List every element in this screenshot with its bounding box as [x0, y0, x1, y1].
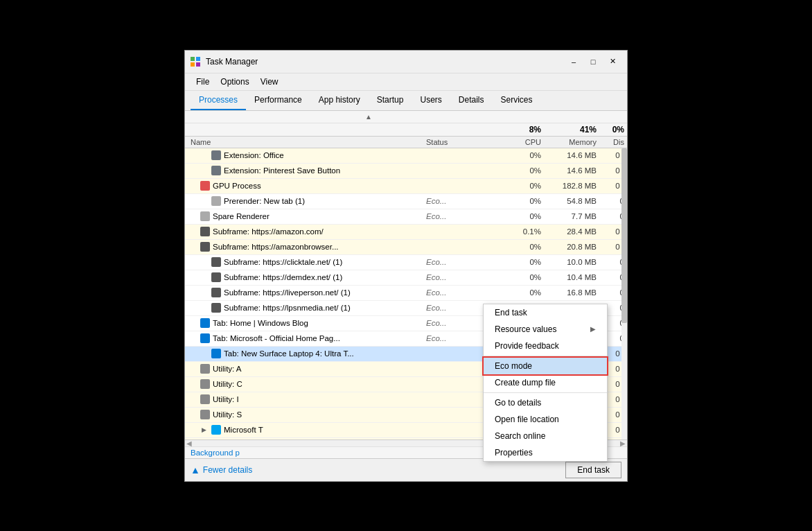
row-process-name: Utility: S: [213, 410, 426, 419]
row-process-name: Subframe: https://clicktale.net/ (1): [224, 258, 426, 266]
col-header-memory[interactable]: Memory: [544, 138, 599, 146]
tab-app-history[interactable]: App history: [310, 91, 369, 110]
col-header-name[interactable]: Name: [185, 138, 426, 146]
col-header-status[interactable]: Status: [426, 138, 495, 146]
row-process-name: GPU Process: [213, 182, 426, 190]
ctx-search-online[interactable]: Search online: [484, 428, 607, 444]
row-process-name: Utility: C: [213, 380, 426, 388]
row-process-icon: [211, 425, 221, 435]
bg-processes-label: Background p: [191, 449, 240, 457]
tab-services[interactable]: Services: [493, 91, 541, 110]
row-process-icon: [211, 150, 221, 160]
scroll-right-arrow[interactable]: ▶: [619, 439, 627, 447]
row-cpu: 0%: [495, 273, 544, 281]
row-process-icon: [211, 272, 221, 282]
svg-rect-0: [191, 57, 195, 61]
table-row[interactable]: Extension: Pinterest Save Button 0% 14.6…: [185, 164, 627, 179]
ctx-go-to-details[interactable]: Go to details: [484, 394, 607, 411]
row-memory: 28.4 MB: [544, 227, 599, 236]
col-status-spacer: [426, 125, 495, 134]
ctx-resource-values[interactable]: Resource values ▶: [484, 321, 607, 338]
close-button[interactable]: ✕: [603, 55, 621, 69]
row-process-icon: [211, 196, 221, 206]
column-header-row: Name Status CPU Memory Dis: [185, 137, 627, 148]
row-cpu: 0%: [495, 243, 544, 251]
row-process-name: Tab: Microsoft - Official Home Pag...: [213, 334, 426, 342]
ctx-create-dump[interactable]: Create dump file: [484, 374, 607, 391]
minimize-button[interactable]: –: [565, 55, 583, 69]
row-process-name: Utility: A: [213, 365, 426, 373]
table-row[interactable]: Subframe: https://amazon.com/ 0.1% 28.4 …: [185, 225, 627, 240]
col-header-cpu[interactable]: CPU: [495, 138, 544, 146]
title-bar: Task Manager – □ ✕: [185, 51, 627, 73]
taskmanager-icon: [191, 57, 200, 67]
expand-arrow[interactable]: ▶: [202, 426, 210, 433]
table-row[interactable]: Spare Renderer Eco... 0% 7.7 MB 0: [185, 209, 627, 225]
sort-arrow: ▲: [365, 113, 372, 121]
row-cpu: 0%: [495, 151, 544, 159]
scrollbar-thumb[interactable]: [621, 148, 627, 323]
fewer-details-button[interactable]: ▲ Fewer details: [191, 464, 252, 476]
row-process-name: Subframe: https://lpsnmedia.net/ (1): [224, 304, 426, 312]
menu-view[interactable]: View: [255, 75, 284, 89]
row-process-icon: [200, 227, 210, 236]
row-memory: 7.7 MB: [544, 212, 599, 220]
col-header-disk[interactable]: Dis: [599, 138, 627, 146]
svg-rect-3: [196, 62, 200, 67]
row-process-name: Utility: I: [213, 395, 426, 403]
row-process-name: Tab: New Surface Laptop 4: Ultra T...: [224, 349, 426, 358]
row-memory: 14.6 MB: [544, 151, 599, 159]
maximize-button[interactable]: □: [584, 55, 602, 69]
ctx-provide-feedback[interactable]: Provide feedback: [484, 338, 607, 354]
vertical-scrollbar[interactable]: [621, 148, 627, 439]
ctx-divider-2: [484, 392, 607, 393]
ctx-eco-mode[interactable]: Eco mode: [484, 358, 607, 374]
row-cpu: 0%: [495, 166, 544, 175]
row-cpu: 0%: [495, 212, 544, 220]
svg-rect-2: [191, 62, 195, 67]
row-status: Eco...: [426, 258, 495, 266]
row-process-icon: [211, 349, 221, 358]
table-row[interactable]: Subframe: https://liveperson.net/ (1) Ec…: [185, 286, 627, 301]
fewer-details-icon: ▲: [191, 464, 200, 476]
tab-details[interactable]: Details: [450, 91, 493, 110]
table-row[interactable]: Subframe: https://demdex.net/ (1) Eco...…: [185, 270, 627, 286]
row-status: Eco...: [426, 197, 495, 205]
row-memory: 54.8 MB: [544, 197, 599, 205]
row-process-icon: [211, 303, 221, 313]
table-row[interactable]: Subframe: https://clicktale.net/ (1) Eco…: [185, 255, 627, 270]
row-process-icon: [200, 410, 210, 419]
tab-bar: Processes Performance App history Startu…: [185, 91, 627, 111]
scroll-left-arrow[interactable]: ◀: [185, 439, 193, 447]
tab-users[interactable]: Users: [412, 91, 450, 110]
end-task-button[interactable]: End task: [565, 462, 621, 478]
table-row[interactable]: Prerender: New tab (1) Eco... 0% 54.8 MB…: [185, 194, 627, 209]
context-menu: End task Resource values ▶ Provide feedb…: [483, 304, 608, 462]
col-name-spacer: [185, 125, 426, 134]
ctx-end-task[interactable]: End task: [484, 304, 607, 321]
row-process-name: Spare Renderer: [213, 212, 426, 220]
table-row[interactable]: GPU Process 0% 182.8 MB 0 I: [185, 179, 627, 194]
row-memory: 20.8 MB: [544, 243, 599, 251]
percent-header-row: 8% 41% 0%: [185, 123, 627, 137]
tab-startup[interactable]: Startup: [369, 91, 412, 110]
tab-processes[interactable]: Processes: [191, 91, 246, 110]
row-memory: 10.4 MB: [544, 273, 599, 281]
tab-performance[interactable]: Performance: [246, 91, 310, 110]
ctx-properties[interactable]: Properties: [484, 444, 607, 461]
row-process-icon: [200, 379, 210, 389]
window-title: Task Manager: [206, 57, 559, 67]
ctx-open-file-location[interactable]: Open file location: [484, 411, 607, 428]
menu-file[interactable]: File: [191, 75, 215, 89]
task-manager-window: Task Manager – □ ✕ File Options View Pro…: [184, 50, 628, 482]
row-memory: 14.6 MB: [544, 166, 599, 175]
row-memory: 182.8 MB: [544, 182, 599, 190]
row-process-name: Extension: Pinterest Save Button: [224, 166, 426, 175]
table-row[interactable]: Subframe: https://amazonbrowser... 0% 20…: [185, 240, 627, 255]
row-process-icon: [200, 318, 210, 328]
menu-options[interactable]: Options: [215, 75, 254, 89]
table-row[interactable]: Extension: Office 0% 14.6 MB 0 I: [185, 148, 627, 164]
ctx-divider-1: [484, 356, 607, 356]
row-process-name: Prerender: New tab (1): [224, 197, 426, 205]
row-process-name: Subframe: https://amazonbrowser...: [213, 243, 426, 251]
